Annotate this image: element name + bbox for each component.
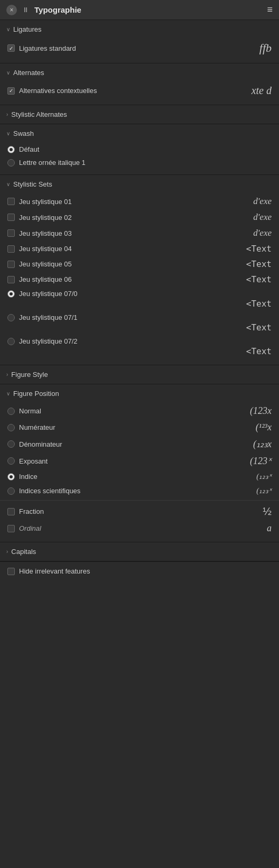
section-capitals-header[interactable]: › Capitals bbox=[0, 542, 279, 561]
section-figure-style-header[interactable]: › Figure Style bbox=[0, 365, 279, 384]
row-ss06: Jeu stylistique 06 <Text bbox=[0, 272, 279, 287]
label-ligatures-standard: Ligatures standard bbox=[19, 44, 76, 52]
section-stylistic-sets: ∨ Stylistic Sets Jeu stylistique 01 d'ex… bbox=[0, 175, 279, 365]
label-ss07-0: Jeu stylistique 07/0 bbox=[19, 290, 78, 298]
pause-button[interactable]: ⏸ bbox=[22, 6, 29, 14]
preview-fp-indices-sci: (₁₂₃ˣ bbox=[256, 486, 272, 495]
section-alternates-label: Alternates bbox=[13, 69, 44, 77]
label-ss01: Jeu stylistique 01 bbox=[19, 198, 72, 206]
close-button[interactable]: × bbox=[6, 5, 17, 15]
radio-fp-normal[interactable] bbox=[7, 408, 15, 415]
section-ligatures: ∨ Ligatures Ligatures standard ffb bbox=[0, 20, 279, 63]
label-ss03: Jeu stylistique 03 bbox=[19, 229, 72, 237]
row-fp-fraction: Fraction ½ bbox=[0, 503, 279, 520]
radio-fp-indice[interactable] bbox=[7, 473, 15, 481]
chevron-down-icon: ∨ bbox=[6, 131, 10, 136]
section-ligatures-content: Ligatures standard ffb bbox=[0, 39, 279, 63]
label-ss04: Jeu stylistique 04 bbox=[19, 245, 72, 253]
section-figure-position-header[interactable]: ∨ Figure Position bbox=[0, 384, 279, 403]
checkbox-fp-fraction[interactable] bbox=[7, 508, 15, 515]
radio-swash-default[interactable] bbox=[7, 146, 15, 153]
preview-ss07-0: <Text bbox=[246, 299, 272, 309]
row-ss07-2-container: Jeu stylistique 07/2 <Text bbox=[0, 335, 279, 359]
row-ss04: Jeu stylistique 04 <Text bbox=[0, 241, 279, 256]
label-ss06: Jeu stylistique 06 bbox=[19, 275, 72, 283]
row-ligatures-standard: Ligatures standard ffb bbox=[0, 39, 279, 58]
section-stylistic-alternates-label: Stylistic Alternates bbox=[11, 110, 67, 118]
checkbox-ss02[interactable] bbox=[7, 214, 15, 221]
checkbox-ss01[interactable] bbox=[7, 198, 15, 205]
row-fp-indice: Indice (₁₂₃ˣ bbox=[0, 469, 279, 484]
menu-button[interactable]: ≡ bbox=[267, 4, 273, 15]
radio-swash-italic[interactable] bbox=[7, 159, 15, 167]
preview-ss03: d'exe bbox=[229, 228, 272, 238]
chevron-down-icon: ∨ bbox=[6, 181, 10, 187]
label-swash-italic: Lettre ornée italique 1 bbox=[19, 159, 86, 167]
section-figure-style: › Figure Style bbox=[0, 365, 279, 384]
label-fp-indice: Indice bbox=[19, 473, 38, 481]
radio-ss07-2[interactable] bbox=[7, 338, 15, 345]
section-stylistic-sets-header[interactable]: ∨ Stylistic Sets bbox=[0, 175, 279, 193]
section-ligatures-header[interactable]: ∨ Ligatures bbox=[0, 20, 279, 39]
preview-alt-contextual: xte d bbox=[229, 85, 272, 97]
section-alternates-header[interactable]: ∨ Alternates bbox=[0, 63, 279, 82]
radio-fp-indices-sci[interactable] bbox=[7, 487, 15, 495]
row-ss07-0-container: Jeu stylistique 07/0 <Text bbox=[0, 287, 279, 311]
preview-fp-normal: (123x bbox=[250, 405, 272, 417]
checkbox-ss06[interactable] bbox=[7, 276, 15, 283]
chevron-down-icon: ∨ bbox=[6, 70, 10, 76]
checkbox-ss03[interactable] bbox=[7, 229, 15, 237]
section-swash: ∨ Swash Défaut Lettre ornée italique 1 bbox=[0, 124, 279, 175]
radio-fp-exposant[interactable] bbox=[7, 457, 15, 465]
row-fp-numerateur: Numérateur (¹²³x bbox=[0, 419, 279, 436]
checkbox-ss04[interactable] bbox=[7, 245, 15, 253]
label-fp-denominateur: Dénominateur bbox=[19, 440, 62, 448]
section-alternates: ∨ Alternates Alternatives contextuelles … bbox=[0, 63, 279, 105]
section-alternates-content: Alternatives contextuelles xte d bbox=[0, 82, 279, 105]
label-fp-fraction: Fraction bbox=[19, 507, 44, 515]
row-ss02: Jeu stylistique 02 d'exe bbox=[0, 209, 279, 225]
section-swash-content: Défaut Lettre ornée italique 1 bbox=[0, 143, 279, 174]
checkbox-ligatures-standard[interactable] bbox=[7, 44, 15, 52]
radio-ss07-1[interactable] bbox=[7, 314, 15, 321]
row-fp-ordinal: Ordinal a bbox=[0, 520, 279, 537]
preview-fp-ordinal: a bbox=[267, 523, 272, 534]
section-stylistic-alternates-header[interactable]: › Stylistic Alternates bbox=[0, 105, 279, 124]
row-fp-exposant: Exposant (123ˣ bbox=[0, 453, 279, 469]
section-stylistic-sets-label: Stylistic Sets bbox=[13, 180, 52, 188]
label-hide-irrelevant: Hide irrelevant features bbox=[19, 567, 90, 575]
row-swash-default: Défaut bbox=[0, 143, 279, 156]
label-ss02: Jeu stylistique 02 bbox=[19, 214, 72, 221]
row-ss07-1-container: Jeu stylistique 07/1 <Text bbox=[0, 311, 279, 335]
row-fp-normal: Normal (123x bbox=[0, 403, 279, 419]
preview-ss07-2: <Text bbox=[246, 346, 272, 356]
row-ss01: Jeu stylistique 01 d'exe bbox=[0, 193, 279, 209]
preview-fp-fraction: ½ bbox=[263, 505, 272, 518]
checkbox-ss05[interactable] bbox=[7, 261, 15, 268]
label-ss05: Jeu stylistique 05 bbox=[19, 260, 72, 268]
chevron-right-icon: › bbox=[6, 372, 8, 377]
radio-fp-denominateur[interactable] bbox=[7, 440, 15, 448]
preview-ss06: <Text bbox=[229, 274, 272, 284]
row-ss03: Jeu stylistique 03 d'exe bbox=[0, 225, 279, 241]
section-figure-style-label: Figure Style bbox=[11, 371, 48, 378]
checkbox-fp-ordinal[interactable] bbox=[7, 525, 15, 532]
checkbox-alt-contextual[interactable] bbox=[7, 87, 15, 95]
preview-fp-denominateur: (₁₂₃x bbox=[253, 438, 272, 450]
label-fp-exposant: Exposant bbox=[19, 457, 48, 465]
footer-row: Hide irrelevant features bbox=[0, 561, 279, 580]
checkbox-hide-irrelevant[interactable] bbox=[7, 568, 15, 575]
preview-ss04: <Text bbox=[229, 244, 272, 254]
radio-ss07-0[interactable] bbox=[7, 290, 15, 298]
row-alt-contextual: Alternatives contextuelles xte d bbox=[0, 82, 279, 99]
radio-fp-numerateur[interactable] bbox=[7, 424, 15, 431]
section-swash-header[interactable]: ∨ Swash bbox=[0, 124, 279, 143]
preview-fp-indice: (₁₂₃ˣ bbox=[256, 472, 272, 481]
section-stylistic-alternates: › Stylistic Alternates bbox=[0, 105, 279, 124]
header-left: × ⏸ Typographie bbox=[6, 5, 81, 15]
label-fp-numerateur: Numérateur bbox=[19, 423, 55, 431]
row-swash-italic: Lettre ornée italique 1 bbox=[0, 156, 279, 169]
section-ligatures-label: Ligatures bbox=[13, 25, 41, 33]
panel-title: Typographie bbox=[34, 5, 81, 14]
preview-fp-numerateur: (¹²³x bbox=[256, 422, 272, 433]
